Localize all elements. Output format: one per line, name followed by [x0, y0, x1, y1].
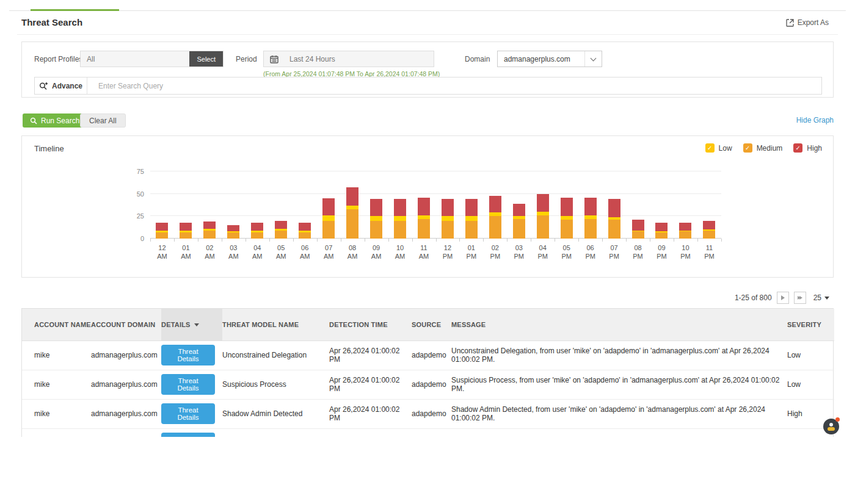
table-row: mike admanagerplus.com Threat Details Un…: [22, 340, 834, 370]
timeline-bar[interactable]: [465, 199, 478, 239]
domain-label: Domain: [465, 55, 490, 63]
page-title: Threat Search: [21, 17, 82, 27]
timeline-bar[interactable]: [489, 196, 501, 239]
top-divider: [9, 10, 846, 11]
timeline-bar[interactable]: [346, 187, 358, 239]
timeline-bar[interactable]: [679, 223, 691, 239]
timeline-bar[interactable]: [655, 223, 668, 239]
timeline-bar[interactable]: [632, 220, 644, 239]
clear-all-button[interactable]: Clear All: [80, 113, 126, 128]
report-profiles-field[interactable]: All Select: [80, 51, 224, 67]
cell-account-domain: admanagerplus.com: [91, 340, 161, 370]
select-button[interactable]: Select: [189, 51, 223, 67]
domain-value: admanagerplus.com: [498, 55, 584, 63]
pagination: 1-25 of 800 25: [735, 292, 829, 304]
legend-label-high: High: [807, 144, 822, 153]
run-search-label: Run Search: [41, 117, 79, 125]
threat-details-button[interactable]: Threat Details: [161, 433, 215, 437]
cell-account-name: mike: [22, 340, 91, 370]
timeline-bar[interactable]: [227, 225, 239, 239]
cell-account-name: mike: [22, 370, 91, 399]
timeline-panel: Timeline ✓ Low ✓ Medium ✓ High 0255075 1…: [21, 135, 834, 278]
header-divider: [17, 34, 838, 35]
col-source[interactable]: SOURCE: [412, 309, 451, 340]
pagination-range: 1-25 of 800: [735, 293, 772, 302]
search-icon: [30, 117, 37, 124]
legend-item-medium[interactable]: ✓ Medium: [743, 143, 783, 153]
advanced-search-bar: Advance: [34, 77, 822, 95]
cell-detection-time: Apr 26,2024 01:00:02 PM: [329, 340, 412, 370]
timeline-bar[interactable]: [513, 204, 525, 239]
period-field[interactable]: Last 24 Hours: [263, 51, 434, 67]
timeline-bar[interactable]: [561, 198, 573, 239]
cell-source: adapdemo: [412, 340, 451, 370]
timeline-bar[interactable]: [584, 198, 597, 239]
col-account-domain[interactable]: ACCOUNT DOMAIN: [91, 309, 161, 340]
page-size-value: 25: [813, 293, 821, 302]
next-page-icon: [781, 295, 785, 300]
threat-details-button[interactable]: Threat Details: [161, 403, 215, 424]
timeline-bar[interactable]: [418, 198, 430, 239]
timeline-xlabels: 12AM01AM02AM03AM04AM05AM06AM07AM08AM09AM…: [150, 243, 721, 261]
filter-panel: Report Profiles All Select Period Last 2…: [21, 41, 834, 98]
next-page-button[interactable]: [777, 292, 789, 304]
notification-dot: [835, 417, 840, 422]
page-size-dropdown[interactable]: 25: [813, 293, 829, 302]
checkbox-checked-icon: ✓: [743, 143, 752, 153]
timeline-bar[interactable]: [703, 221, 715, 239]
cell-severity: Low: [787, 340, 834, 370]
timeline-bar[interactable]: [180, 223, 192, 239]
cell-severity: Low: [787, 370, 834, 399]
active-tab-indicator: [31, 9, 119, 11]
threat-details-button[interactable]: Threat Details: [161, 345, 215, 365]
export-as-button[interactable]: Export As: [786, 18, 829, 27]
timeline-bar[interactable]: [537, 194, 549, 239]
export-label: Export As: [798, 18, 829, 27]
checkbox-checked-icon: ✓: [705, 143, 715, 153]
threat-details-button[interactable]: Threat Details: [161, 374, 215, 395]
cell-threat-model: Suspicious Process: [222, 370, 329, 399]
search-query-input[interactable]: [87, 77, 821, 94]
table-header-row: ACCOUNT NAME ACCOUNT DOMAIN DETAILS THRE…: [22, 309, 834, 340]
domain-select[interactable]: admanagerplus.com: [497, 51, 602, 67]
timeline-bar[interactable]: [370, 199, 382, 239]
col-message[interactable]: MESSAGE: [451, 309, 787, 340]
legend-item-low[interactable]: ✓ Low: [705, 143, 732, 153]
col-severity[interactable]: SEVERITY: [787, 309, 834, 340]
threat-search-page: Threat Search Export As Report Profiles …: [0, 0, 855, 504]
cell-account-domain: admanagerplus.com: [91, 399, 161, 428]
col-detection-time[interactable]: DETECTION TIME: [329, 309, 412, 340]
chart-legend: ✓ Low ✓ Medium ✓ High: [705, 143, 822, 153]
col-account-name[interactable]: ACCOUNT NAME: [22, 309, 91, 340]
timeline-bar[interactable]: [203, 221, 216, 239]
table-row: mike admanagerplus.com Threat Details Sh…: [22, 399, 834, 428]
cell-threat-model: Shadow Admin Detected: [222, 399, 329, 428]
col-details[interactable]: DETAILS: [161, 309, 222, 340]
period-label: Period: [236, 55, 257, 63]
results-table: ACCOUNT NAME ACCOUNT DOMAIN DETAILS THRE…: [21, 308, 834, 437]
timeline-bar[interactable]: [156, 223, 168, 239]
timeline-bar[interactable]: [275, 221, 287, 239]
timeline-bar[interactable]: [394, 199, 406, 239]
cell-source: adapdemo: [412, 370, 451, 399]
timeline-bar[interactable]: [608, 199, 620, 239]
col-threat-model-name[interactable]: THREAT MODEL NAME: [222, 309, 329, 340]
report-profiles-label: Report Profiles: [34, 55, 82, 63]
period-value: Last 24 Hours: [289, 55, 335, 63]
checkbox-checked-icon: ✓: [793, 143, 802, 153]
timeline-bar[interactable]: [322, 198, 335, 239]
calendar-icon: [270, 55, 278, 63]
assistant-bubble-button[interactable]: [823, 419, 839, 434]
last-page-button[interactable]: [794, 292, 806, 304]
run-search-button[interactable]: Run Search: [23, 113, 87, 128]
timeline-bar[interactable]: [442, 199, 454, 239]
legend-item-high[interactable]: ✓ High: [793, 143, 822, 153]
content-area: Threat Search Export As Report Profiles …: [0, 0, 855, 437]
advance-button[interactable]: Advance: [35, 77, 87, 94]
hide-graph-link[interactable]: Hide Graph: [796, 116, 834, 124]
timeline-bar[interactable]: [299, 223, 311, 239]
cell-detection-time: Apr 26,2024 01:00:02 PM: [329, 370, 412, 399]
cell-message: Suspicious Process, from user 'mike' on …: [451, 370, 787, 399]
timeline-bar[interactable]: [251, 223, 263, 239]
table-row-partial: Threat Details: [22, 428, 834, 437]
